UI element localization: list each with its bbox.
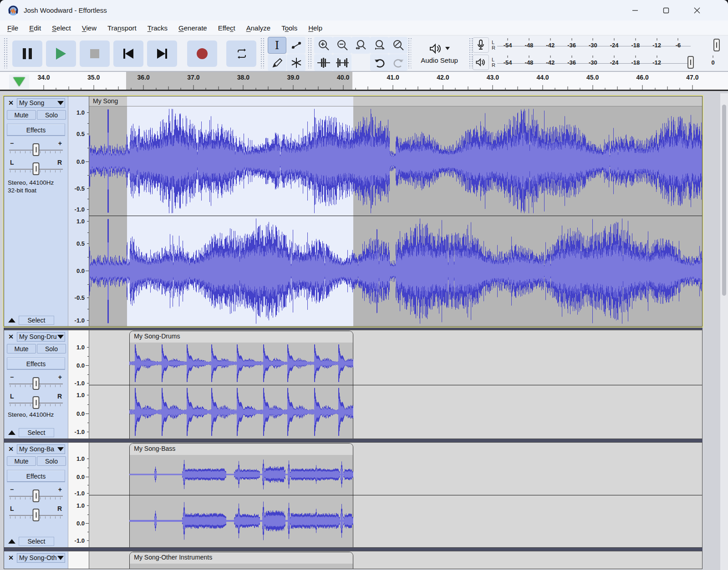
zoom-out-button[interactable]: [333, 37, 351, 54]
zoom-toggle-button[interactable]: [389, 37, 407, 54]
record-meter-button[interactable]: [473, 37, 489, 53]
track1-solo-button[interactable]: Solo: [37, 110, 66, 120]
track1-select-button[interactable]: Select: [19, 316, 54, 325]
track4-close-button[interactable]: ✕: [6, 553, 16, 562]
track3-collapse-button[interactable]: [6, 537, 18, 546]
track1-waveform-left[interactable]: [89, 106, 702, 216]
play-meter-button[interactable]: [473, 55, 489, 70]
record-meter-scale[interactable]: -54-48-42-36-30-24-18-12-6: [497, 36, 722, 54]
track1-vertical-ruler[interactable]: 1.00.50.0-0.5-1.01.00.50.0-0.5-1.0: [68, 96, 89, 326]
meter-volume-slider-handle[interactable]: [687, 56, 694, 69]
track-separator[interactable]: [4, 548, 703, 551]
undo-button[interactable]: [370, 54, 389, 71]
track2-name-menu[interactable]: My Song-Dru: [17, 332, 65, 342]
gain-slider-handle[interactable]: [33, 377, 40, 390]
track1-mute-button[interactable]: Mute: [7, 110, 36, 120]
loop-button[interactable]: [226, 40, 256, 67]
menu-generate[interactable]: Generate: [173, 22, 213, 34]
track1-clip-header[interactable]: [89, 96, 702, 106]
gain-slider-handle[interactable]: [33, 143, 40, 156]
playback-meter[interactable]: LR -54-48-42-36-30-24-18-120: [473, 54, 722, 71]
track1-name-menu[interactable]: My Song: [17, 98, 65, 108]
track3-clip-title[interactable]: My Song-Bass: [134, 445, 175, 452]
pan-slider-handle[interactable]: [33, 162, 40, 175]
track2-collapse-button[interactable]: [6, 428, 18, 437]
fit-project-button[interactable]: [370, 37, 389, 54]
silence-audio-button[interactable]: [333, 54, 351, 71]
track2-waveform-left[interactable]: [129, 342, 353, 384]
minimize-button[interactable]: [625, 3, 646, 18]
recording-meter[interactable]: LR -54-48-42-36-30-24-18-12-6: [473, 36, 722, 54]
menu-analyze[interactable]: Analyze: [241, 22, 276, 34]
pan-slider-handle[interactable]: [33, 509, 40, 521]
track2-effects-button[interactable]: Effects: [7, 358, 65, 370]
track1-gain-slider[interactable]: − +: [9, 141, 63, 155]
track1-effects-button[interactable]: Effects: [7, 124, 65, 136]
toolbar-grip[interactable]: [308, 38, 312, 68]
track3-wave-area[interactable]: My Song-Bass: [89, 443, 702, 547]
track3-mute-button[interactable]: Mute: [7, 456, 36, 466]
track2-select-button[interactable]: Select: [19, 428, 54, 437]
track1-clip-title[interactable]: My Song: [93, 97, 118, 105]
menu-edit[interactable]: Edit: [24, 22, 46, 34]
record-button[interactable]: [187, 40, 217, 67]
track-my-song-drums[interactable]: ✕ My Song-Dru Mute Solo Effects − + L R: [4, 330, 703, 439]
maximize-button[interactable]: [656, 3, 677, 18]
track-separator[interactable]: [4, 439, 703, 442]
pinned-playhead-button[interactable]: [9, 75, 29, 89]
gain-slider-handle[interactable]: [33, 489, 40, 502]
play-meter-scale[interactable]: -54-48-42-36-30-24-18-120: [497, 54, 722, 71]
track2-mute-button[interactable]: Mute: [7, 344, 36, 353]
menu-tracks[interactable]: Tracks: [142, 22, 173, 34]
track3-waveform-left[interactable]: [129, 454, 353, 494]
toolbar-grip[interactable]: [4, 38, 8, 68]
track1-close-button[interactable]: ✕: [6, 98, 16, 107]
track2-waveform-right[interactable]: [129, 385, 353, 439]
skip-to-start-button[interactable]: [113, 40, 143, 67]
track-my-song-bass[interactable]: ✕ My Song-Ba Mute Solo Effects − + L R: [4, 442, 703, 548]
meter-volume-slider-handle[interactable]: [713, 39, 720, 51]
track3-close-button[interactable]: ✕: [6, 444, 16, 454]
track-my-song-other[interactable]: ✕ My Song-Oth My Song-Other Instruments: [4, 551, 703, 569]
track2-gain-slider[interactable]: − +: [9, 375, 63, 389]
track-my-song[interactable]: ✕ My Song Mute Solo Effects − + L R: [4, 96, 703, 327]
track3-select-button[interactable]: Select: [19, 537, 54, 546]
track2-solo-button[interactable]: Solo: [37, 344, 66, 353]
close-button[interactable]: [687, 3, 708, 18]
track2-vertical-ruler[interactable]: 1.00.0-1.01.00.0-1.0: [68, 330, 89, 439]
play-button[interactable]: [46, 40, 76, 67]
menu-tools[interactable]: Tools: [276, 22, 303, 34]
track4-vertical-ruler[interactable]: [68, 551, 89, 569]
track3-vertical-ruler[interactable]: 1.00.0-1.01.00.0-1.0: [68, 443, 89, 547]
timeline-ruler[interactable]: 34.035.036.037.038.039.040.041.042.043.0…: [0, 72, 728, 91]
zoom-in-button[interactable]: [314, 37, 333, 54]
trim-audio-button[interactable]: [314, 54, 333, 71]
track1-waveform-right[interactable]: [89, 216, 702, 326]
vertical-scrollbar[interactable]: [720, 93, 728, 570]
track4-clip-title[interactable]: My Song-Other Instruments: [134, 554, 212, 561]
menu-transport[interactable]: Transport: [102, 22, 142, 34]
skip-to-end-button[interactable]: [147, 40, 177, 67]
toolbar-grip[interactable]: [260, 38, 265, 68]
multi-tool-button[interactable]: [287, 54, 305, 71]
track4-wave-area[interactable]: My Song-Other Instruments: [89, 551, 702, 569]
track2-pan-slider[interactable]: L R: [9, 394, 63, 408]
track2-wave-area[interactable]: My Song-Drums: [89, 330, 702, 439]
track3-effects-button[interactable]: Effects: [7, 470, 65, 482]
track3-waveform-right[interactable]: [129, 495, 353, 546]
menu-effect[interactable]: Effect: [213, 22, 241, 34]
draw-tool-button[interactable]: [268, 54, 286, 71]
stop-button[interactable]: [80, 40, 110, 67]
selection-tool-button[interactable]: I: [268, 37, 286, 54]
track1-pan-slider[interactable]: L R: [9, 161, 63, 174]
track3-name-menu[interactable]: My Song-Ba: [17, 444, 65, 454]
fit-selection-button[interactable]: [351, 37, 370, 54]
track3-pan-slider[interactable]: L R: [9, 507, 63, 520]
track2-close-button[interactable]: ✕: [6, 332, 16, 341]
menu-file[interactable]: File: [2, 22, 24, 34]
menu-help[interactable]: Help: [303, 22, 328, 34]
audio-setup-button[interactable]: Audio Setup: [411, 37, 468, 69]
envelope-tool-button[interactable]: [287, 37, 305, 54]
track3-solo-button[interactable]: Solo: [37, 456, 66, 466]
track3-gain-slider[interactable]: − +: [9, 488, 63, 501]
